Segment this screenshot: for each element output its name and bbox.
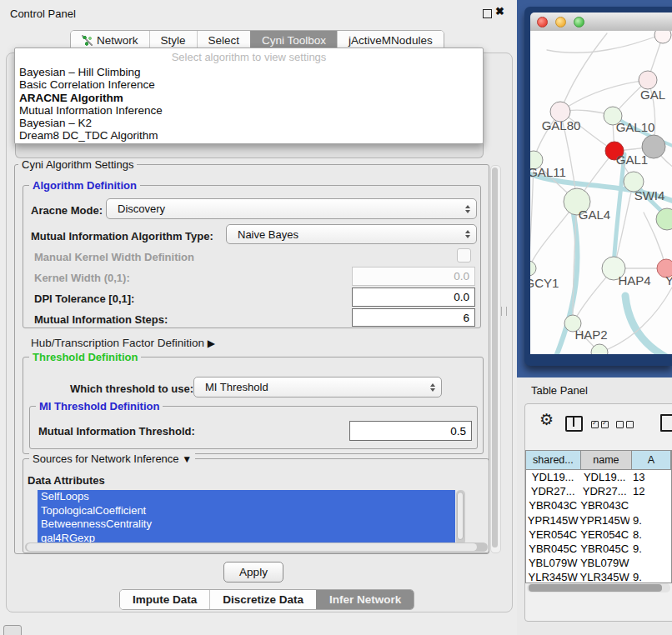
tab-impute-data[interactable]: Impute Data: [120, 590, 209, 609]
close-icon[interactable]: ✖: [495, 5, 504, 18]
node-table-header[interactable]: shared...nameA: [526, 451, 671, 470]
tab-label: Style: [161, 34, 186, 47]
attribute-item-selected[interactable]: TopologicalCoefficient: [38, 504, 455, 518]
table-row[interactable]: YDL19...YDL19...13: [526, 470, 671, 484]
table-row[interactable]: YBL079WYBL079W: [526, 556, 671, 570]
table-cell: YBR045C: [579, 542, 629, 556]
network-edge[interactable]: [625, 296, 672, 354]
tab-discretize-data[interactable]: Discretize Data: [209, 590, 316, 609]
column-header-1[interactable]: shared...: [526, 451, 581, 469]
column-header-2[interactable]: name: [581, 451, 632, 469]
settings-horizontal-scrollbar[interactable]: [25, 542, 488, 552]
document-icon[interactable]: [660, 414, 672, 432]
column-header-3[interactable]: A: [632, 451, 671, 469]
table-row[interactable]: YER054CYER054C8.: [526, 528, 671, 542]
mi-type-select[interactable]: Naive Bayes: [226, 224, 477, 244]
table-horizontal-scrollbar[interactable]: [527, 583, 670, 592]
aracne-mode-select[interactable]: Discovery: [106, 198, 477, 219]
which-threshold-value: MI Threshold: [205, 381, 268, 393]
panel-divider-grip[interactable]: [501, 307, 507, 316]
mi-threshold-field[interactable]: 0.5: [349, 421, 472, 441]
algorithm-definition-title: Algorithm Definition: [29, 179, 140, 192]
manual-kernel-checkbox[interactable]: [457, 248, 471, 262]
data-attributes-label: Data Attributes: [28, 474, 105, 487]
network-edge[interactable]: [560, 80, 648, 112]
hub-definition-toggle[interactable]: Hub/Transcription Factor Definition ▶: [31, 337, 215, 349]
algorithm-option[interactable]: Dream8 DC_TDC Algorithm: [15, 129, 483, 142]
network-icon: [82, 35, 93, 46]
hub-definition-label: Hub/Transcription Factor Definition: [31, 337, 204, 349]
float-window-icon[interactable]: [483, 9, 492, 18]
attribute-item-selected[interactable]: SelfLoops: [38, 490, 455, 504]
algorithm-option[interactable]: Bayesian – K2: [15, 117, 483, 129]
chevron-right-icon: ▶: [208, 338, 215, 349]
chevron-down-icon: ▼: [182, 453, 192, 465]
algorithm-option[interactable]: ARACNE Algorithm: [15, 92, 483, 104]
table-cell: YBR043C: [579, 498, 629, 512]
table-cell: 12: [629, 484, 671, 498]
network-node-label: GAL10: [616, 120, 655, 134]
threshold-definition-title: Threshold Definition: [29, 351, 141, 363]
tab-label: jActiveMNodules: [349, 34, 433, 47]
select-all-columns-icon[interactable]: [591, 421, 609, 428]
settings-vertical-scrollbar[interactable]: [490, 165, 501, 553]
network-node[interactable]: [591, 344, 608, 354]
network-canvas[interactable]: GALGAL80GAL10GAL1GAL11SWI4GAL4GCY1HAP4YH…: [530, 31, 672, 354]
table-cell: YDL19...: [579, 470, 629, 484]
dpi-tolerance-field[interactable]: 0.0: [352, 288, 475, 307]
table-cell: YPR145W: [579, 513, 629, 528]
table-row[interactable]: YBR045CYBR045C9.: [526, 542, 671, 556]
network-node-label: GAL: [640, 88, 665, 102]
table-cell: YDR27...: [526, 484, 579, 498]
close-traffic-light-icon[interactable]: [537, 17, 548, 28]
table-row[interactable]: YBR043CYBR043C: [526, 498, 671, 512]
network-node-label: HAP2: [574, 328, 607, 342]
network-edge[interactable]: [614, 154, 624, 268]
tab-infer-network[interactable]: Infer Network: [316, 590, 414, 609]
columns-icon[interactable]: [565, 416, 583, 432]
stepper-icon: [465, 205, 470, 213]
algorithm-option[interactable]: Basic Correlation Inference: [15, 78, 483, 91]
table-cell: YER054C: [579, 528, 629, 542]
network-node[interactable]: [639, 71, 657, 89]
kernel-width-field[interactable]: 0.0: [352, 267, 475, 286]
minimize-traffic-light-icon[interactable]: [555, 17, 566, 28]
network-node-label: GAL11: [530, 165, 566, 179]
network-node-label: GAL80: [542, 118, 581, 132]
corner-widget-icon[interactable]: [3, 625, 22, 635]
network-node-label: SWI4: [634, 188, 665, 202]
network-node[interactable]: [654, 31, 671, 43]
attribute-item-selected[interactable]: BetweennessCentrality: [38, 518, 455, 532]
network-edge[interactable]: [560, 33, 607, 112]
deselect-all-columns-icon[interactable]: [616, 421, 634, 428]
gear-icon[interactable]: ⚙: [539, 412, 554, 428]
algorithm-option[interactable]: Mutual Information Inference: [15, 104, 483, 117]
maximize-traffic-light-icon[interactable]: [574, 17, 584, 28]
network-edge[interactable]: [599, 288, 672, 352]
mi-threshold-label: Mutual Information Threshold:: [38, 425, 195, 438]
dpi-tolerance-label: DPI Tolerance [0,1]:: [34, 292, 134, 305]
mi-threshold-group-title: MI Threshold Definition: [36, 400, 163, 412]
sources-group-title[interactable]: Sources for Network Inference ▼: [29, 452, 195, 465]
table-cell: 9.: [629, 570, 671, 583]
network-node[interactable]: [530, 261, 536, 276]
table-cell: YER054C: [526, 528, 579, 542]
apply-button[interactable]: Apply: [223, 562, 283, 582]
table-row[interactable]: YLR345WYLR345W9.: [526, 570, 671, 583]
table-cell: [629, 556, 671, 570]
which-threshold-select[interactable]: MI Threshold: [193, 377, 442, 398]
data-attributes-list[interactable]: SelfLoopsTopologicalCoefficientBetweenne…: [38, 490, 455, 545]
node-table-rows[interactable]: YDL19...YDL19...13YDR27...YDR27...12YBR0…: [526, 470, 671, 583]
stepper-icon: [465, 230, 470, 238]
mi-steps-field[interactable]: 6: [352, 308, 475, 327]
network-window-titlebar[interactable]: [530, 12, 672, 32]
manual-kernel-label: Manual Kernel Width Definition: [34, 251, 194, 263]
table-row[interactable]: YDR27...YDR27...12: [526, 484, 671, 498]
network-node[interactable]: [656, 208, 672, 230]
network-node-label: Y: [665, 273, 672, 288]
attributes-vertical-scrollbar[interactable]: [456, 490, 465, 545]
node-table[interactable]: shared...nameA YDL19...YDL19...13YDR27..…: [525, 450, 672, 583]
table-row[interactable]: YPR145WYPR145W9.: [526, 513, 671, 528]
algorithm-option[interactable]: Bayesian – Hill Climbing: [15, 66, 483, 78]
table-cell: YLR345W: [579, 570, 629, 583]
